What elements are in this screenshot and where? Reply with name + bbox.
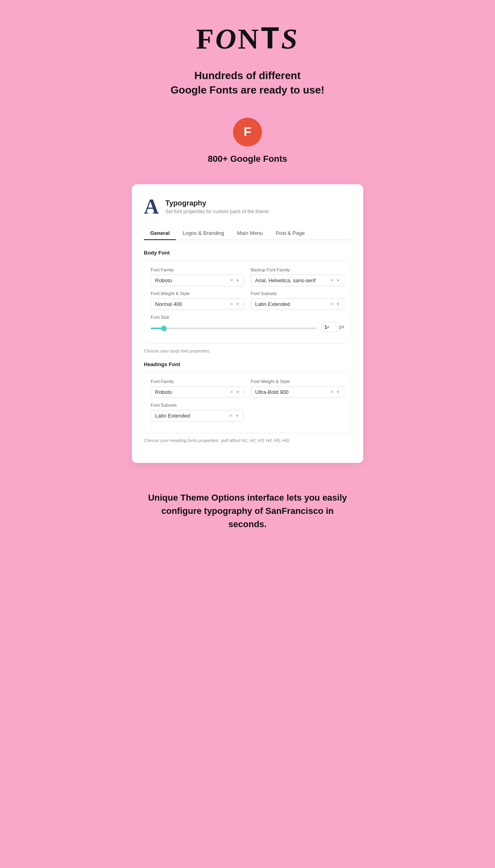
tab-general[interactable]: General [144,227,176,240]
headings-subsets-select[interactable]: Latin Extended ✕ ▼ [151,410,243,422]
body-font-label: Body Font [144,250,351,256]
slider-track [151,328,317,329]
card-header-text: Typography Set font properties for custo… [166,199,269,214]
headings-subsets-clear-btn[interactable]: ✕ [229,413,233,418]
backup-family-select[interactable]: Arial, Helvetica, sans-serif ✕ ▼ [251,275,344,286]
font-size-input[interactable] [321,322,338,332]
body-font-family-row: Font Family Roboto ✕ ▼ Backup Font Famil… [151,267,344,286]
page-wrapper: FONTS Hundreds of different Google Fonts… [124,0,371,563]
headings-family-group: Font Family Roboto ✕ ▼ [151,379,244,398]
card-title: Typography [166,199,269,208]
backup-family-arrow-btn[interactable]: ▼ [336,278,340,283]
tab-post-page[interactable]: Post & Page [269,227,311,240]
hero-subtitle: Hundreds of different Google Fonts are r… [171,68,325,98]
backup-family-value: Arial, Helvetica, sans-serif [255,277,330,283]
weight-style-clear-btn[interactable]: ✕ [230,302,233,307]
weight-style-group: Font Weight & Style Normal 400 ✕ ▼ [151,291,244,310]
bottom-text: Unique Theme Options interface lets you … [147,491,348,531]
typography-card: A Typography Set font properties for cus… [132,184,363,463]
slider-thumb[interactable] [161,326,167,331]
headings-weight-select[interactable]: Ultra-Bold 900 ✕ ▼ [251,386,344,398]
subsets-arrow-btn[interactable]: ▼ [336,302,340,306]
weight-style-select[interactable]: Normal 400 ✕ ▼ [151,298,244,310]
page-title: FONTS [196,24,299,56]
body-weight-row: Font Weight & Style Normal 400 ✕ ▼ Font … [151,291,344,310]
font-size-label: Font Size [151,315,344,320]
headings-subsets-row: Font Subsets Latin Extended ✕ ▼ [151,403,344,422]
headings-family-select[interactable]: Roboto ✕ ▼ [151,386,244,398]
font-family-value: Roboto [155,277,230,283]
headings-weight-label: Font Weight & Style [251,379,344,384]
subsets-clear-btn[interactable]: ✕ [330,302,333,307]
backup-family-label: Backup Font Family [251,267,344,272]
typography-icon: A [144,196,159,217]
tab-logos-branding[interactable]: Logos & Branding [176,227,230,240]
tabs-bar: General Logos & Branding Main Menu Post … [144,227,351,240]
headings-weight-clear-btn[interactable]: ✕ [330,389,333,395]
font-family-label: Font Family [151,267,244,272]
headings-subsets-arrow-btn[interactable]: ▼ [235,414,239,418]
headings-family-value: Roboto [155,389,230,395]
subsets-value: Latin Extended [255,301,330,307]
body-font-hint: Choose your body font properties. [144,348,351,353]
headings-font-hint: Choose your Heading fonts properties. (w… [144,438,351,443]
font-size-unit: px [339,324,344,330]
card-description: Set font properties for custom parts of … [166,209,269,214]
font-size-slider[interactable] [151,324,317,329]
headings-weight-group: Font Weight & Style Ultra-Bold 900 ✕ ▼ [251,379,344,398]
google-fonts-label: 800+ Google Fonts [208,154,287,164]
font-family-clear-btn[interactable]: ✕ [230,278,233,283]
headings-subsets-label: Font Subsets [151,403,243,408]
weight-style-label: Font Weight & Style [151,291,244,296]
font-size-field: Font Size px [151,315,344,337]
font-family-group: Font Family Roboto ✕ ▼ [151,267,244,286]
headings-family-row: Font Family Roboto ✕ ▼ Font Weight & Sty… [151,379,344,398]
f-badge: F [233,118,262,147]
weight-style-value: Normal 400 [155,301,230,307]
backup-family-clear-btn[interactable]: ✕ [330,278,333,283]
backup-family-group: Backup Font Family Arial, Helvetica, san… [251,267,344,286]
headings-family-label: Font Family [151,379,244,384]
headings-weight-arrow-btn[interactable]: ▼ [336,390,340,394]
headings-subsets-value: Latin Extended [155,413,229,419]
headings-subsets-group: Font Subsets Latin Extended ✕ ▼ [151,403,243,422]
headings-font-label: Headings Font [144,361,351,367]
card-header: A Typography Set font properties for cus… [144,196,351,217]
subsets-label: Font Subsets [251,291,344,296]
headings-family-clear-btn[interactable]: ✕ [230,389,233,395]
headings-family-arrow-btn[interactable]: ▼ [236,390,240,394]
font-size-row: px [151,322,344,332]
tab-main-menu[interactable]: Main Menu [231,227,269,240]
subsets-group: Font Subsets Latin Extended ✕ ▼ [251,291,344,310]
font-family-select[interactable]: Roboto ✕ ▼ [151,275,244,286]
headings-weight-value: Ultra-Bold 900 [255,389,330,395]
subsets-select[interactable]: Latin Extended ✕ ▼ [251,298,344,310]
font-family-arrow-btn[interactable]: ▼ [236,278,240,283]
font-size-input-group: px [321,322,344,332]
weight-style-arrow-btn[interactable]: ▼ [236,302,240,306]
